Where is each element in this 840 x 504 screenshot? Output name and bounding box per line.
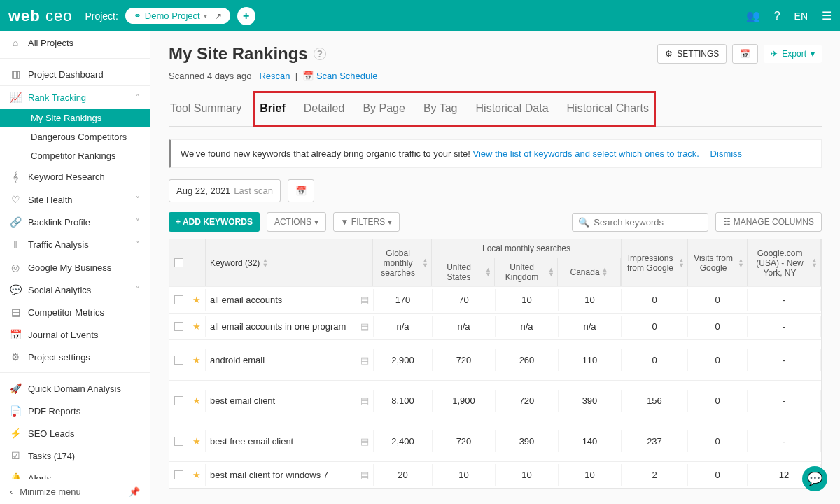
row-checkbox[interactable]: [174, 470, 183, 479]
key-icon: 𝄞: [10, 171, 21, 183]
sidebar-sub-dangerous-competitors[interactable]: Dangerous Competitors: [0, 127, 150, 146]
note-icon[interactable]: ▤: [360, 396, 369, 406]
note-icon[interactable]: ▤: [360, 295, 369, 305]
sidebar-item-social-analytics[interactable]: 💬Social Analytics˅: [0, 279, 150, 301]
actions-button[interactable]: ACTIONS ▾: [267, 212, 326, 232]
calendar-picker-button[interactable]: 📅: [288, 179, 314, 202]
sidebar-item-quick-domain[interactable]: 🚀Quick Domain Analysis: [0, 377, 150, 400]
filters-button[interactable]: ▼ FILTERS ▾: [333, 212, 400, 232]
menu-icon[interactable]: ☰: [822, 9, 832, 22]
tab-by-page[interactable]: By Page: [361, 95, 406, 126]
search-input[interactable]: [594, 217, 702, 227]
users-icon[interactable]: 👥: [746, 9, 760, 22]
export-icon: ✈: [771, 49, 778, 59]
sidebar-item-competitor-metrics[interactable]: ▤Competitor Metrics: [0, 301, 150, 323]
notice-link[interactable]: View the list of keywords and select whi…: [473, 148, 699, 159]
gc-cell: -: [748, 390, 821, 412]
minimize-menu[interactable]: ‹ Minimize menu 📌: [0, 479, 150, 504]
imp-cell: 0: [622, 289, 688, 311]
row-checkbox[interactable]: [174, 396, 183, 405]
project-selector[interactable]: ⚭ Demo Project ▾ ↗: [125, 8, 230, 24]
dashboard-icon: ▥: [10, 69, 21, 80]
vis-cell: 0: [688, 349, 748, 371]
chevron-down-icon: ▾: [388, 217, 392, 227]
row-checkbox[interactable]: [174, 356, 183, 365]
help-icon[interactable]: ?: [314, 48, 326, 60]
sidebar-item-keyword-research[interactable]: 𝄞Keyword Research: [0, 165, 150, 188]
sidebar-item-pdf-reports[interactable]: 📄PDF Reports: [0, 400, 150, 422]
sidebar-item-all-projects[interactable]: ⌂All Projects: [0, 31, 150, 54]
chevron-down-icon: ˅: [136, 195, 140, 204]
date-selector[interactable]: Aug 22, 2021Last scan: [169, 179, 281, 202]
note-icon[interactable]: ▤: [360, 470, 369, 480]
sidebar-item-tasks[interactable]: ☑Tasks (174): [0, 444, 150, 467]
us-cell: 10: [433, 464, 496, 486]
table-row: ★ best email client▤ 8,100 1,900 720 390…: [169, 380, 821, 421]
ca-cell: 390: [559, 390, 622, 412]
logo[interactable]: web ceo: [8, 7, 72, 25]
chat-fab[interactable]: 💬: [802, 466, 827, 491]
calendar-button[interactable]: 📅: [732, 44, 758, 64]
uk-cell: 720: [496, 390, 559, 412]
rescan-link[interactable]: Rescan: [259, 71, 290, 81]
note-icon[interactable]: ▤: [360, 321, 369, 332]
tab-historical-charts[interactable]: Historical Charts: [566, 95, 650, 126]
tab-by-tag[interactable]: By Tag: [422, 95, 459, 126]
keyword-cell[interactable]: best free email client▤: [206, 430, 374, 452]
notice-dismiss[interactable]: Dismiss: [710, 148, 743, 159]
star-icon[interactable]: ★: [188, 464, 206, 486]
row-checkbox[interactable]: [174, 295, 183, 304]
chevron-down-icon: ˅: [136, 286, 140, 295]
project-name: Demo Project: [145, 10, 200, 21]
sidebar-item-alerts[interactable]: 🔔Alerts: [0, 467, 150, 479]
settings-button[interactable]: ⚙SETTINGS: [657, 44, 727, 64]
keyword-cell[interactable]: android email▤: [206, 349, 374, 371]
star-icon[interactable]: ★: [188, 289, 206, 311]
tasks-icon: ☑: [10, 450, 21, 461]
select-all-checkbox[interactable]: [174, 258, 183, 267]
language-selector[interactable]: EN: [794, 10, 808, 22]
note-icon[interactable]: ▤: [360, 436, 369, 447]
row-checkbox[interactable]: [174, 437, 183, 446]
keyword-cell[interactable]: best mail client for windows 7▤: [206, 464, 374, 486]
sidebar-item-traffic-analysis[interactable]: ⫴Traffic Analysis˅: [0, 233, 150, 256]
keyword-cell[interactable]: all email accounts▤: [206, 289, 374, 311]
external-link-icon[interactable]: ↗: [215, 11, 222, 21]
pin-icon[interactable]: 📌: [129, 486, 140, 497]
add-project-button[interactable]: +: [237, 7, 255, 25]
sidebar-sub-my-site-rankings[interactable]: My Site Rankings: [0, 108, 150, 127]
manage-columns-button[interactable]: ☷ MANAGE COLUMNS: [715, 212, 822, 232]
export-button[interactable]: ✈Export ▾: [764, 45, 822, 63]
rocket-icon: 🚀: [10, 383, 21, 394]
sidebar-item-seo-leads[interactable]: ⚡SEO Leads: [0, 422, 150, 444]
search-box[interactable]: 🔍: [572, 213, 708, 232]
uk-cell: n/a: [496, 316, 559, 337]
sidebar-sub-competitor-rankings[interactable]: Competitor Rankings: [0, 146, 150, 165]
columns-icon: ☷: [723, 217, 731, 227]
sidebar-item-rank-tracking[interactable]: 📈Rank Tracking˄: [0, 85, 150, 108]
sidebar-item-project-settings[interactable]: ⚙Project settings: [0, 346, 150, 368]
tab-historical-data[interactable]: Historical Data: [475, 95, 550, 126]
star-icon[interactable]: ★: [188, 390, 206, 412]
scan-schedule-link[interactable]: 📅 Scan Schedule: [302, 71, 377, 81]
add-keywords-button[interactable]: + ADD KEYWORDS: [169, 212, 260, 232]
keyword-cell[interactable]: all email accounts in one program▤: [206, 316, 374, 337]
sidebar-item-project-dashboard[interactable]: ▥Project Dashboard: [0, 63, 150, 85]
pin-icon: ◎: [10, 262, 21, 273]
row-checkbox[interactable]: [174, 322, 183, 331]
sidebar-item-backlink-profile[interactable]: 🔗Backlink Profile˅: [0, 211, 150, 233]
note-icon[interactable]: ▤: [360, 355, 369, 365]
star-icon[interactable]: ★: [188, 316, 206, 337]
sidebar-item-google-my-business[interactable]: ◎Google My Business: [0, 256, 150, 279]
star-icon[interactable]: ★: [188, 430, 206, 452]
gc-cell: -: [748, 316, 821, 337]
sidebar-item-journal[interactable]: 📅Journal of Events: [0, 323, 150, 346]
star-icon[interactable]: ★: [188, 349, 206, 371]
tab-brief[interactable]: Brief: [258, 95, 286, 127]
sidebar-item-site-health[interactable]: ♡Site Health˅: [0, 188, 150, 211]
keyword-cell[interactable]: best email client▤: [206, 390, 374, 412]
table-row: ★ all email accounts▤ 170 70 10 10 0 0 -: [169, 286, 821, 313]
tab-detailed[interactable]: Detailed: [302, 95, 346, 126]
help-icon[interactable]: ?: [774, 10, 780, 22]
tab-tool-summary[interactable]: Tool Summary: [169, 95, 243, 126]
